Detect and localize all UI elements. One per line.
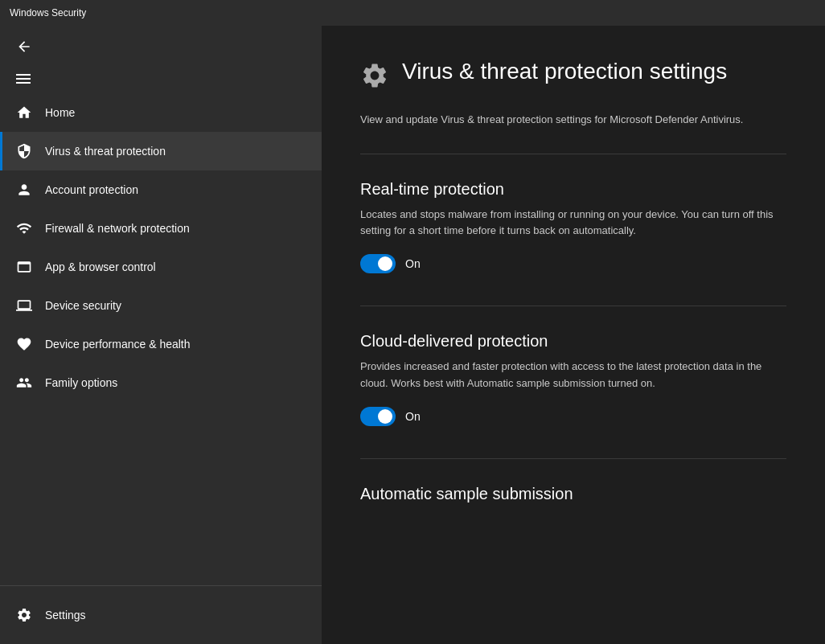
hamburger-line-2 (16, 78, 31, 80)
sidebar-item-home[interactable]: Home (0, 93, 322, 132)
cloud-toggle[interactable] (360, 407, 396, 426)
browser-icon (16, 259, 32, 275)
hamburger-line-3 (16, 82, 31, 84)
page-header: Virus & threat protection settings (360, 58, 786, 96)
sidebar-label-family: Family options (45, 376, 117, 389)
realtime-track (360, 254, 396, 273)
cloud-toggle-label: On (405, 410, 421, 423)
family-icon (16, 375, 32, 391)
sidebar-item-performance[interactable]: Device performance & health (0, 325, 322, 363)
page-header-icon (360, 61, 389, 96)
settings-gear-icon (360, 61, 389, 90)
sidebar: Home Virus & threat protection Account p… (0, 26, 322, 644)
main-layout: Home Virus & threat protection Account p… (0, 26, 825, 644)
realtime-toggle-label: On (405, 257, 421, 270)
sample-title: Automatic sample submission (360, 485, 786, 503)
gear-icon (16, 607, 32, 623)
device-icon (16, 297, 32, 314)
cloud-thumb (378, 409, 392, 424)
wifi-icon (16, 220, 32, 236)
realtime-toggle[interactable] (360, 254, 396, 273)
back-button[interactable] (13, 35, 35, 58)
heart-icon (16, 336, 32, 352)
sidebar-label-home: Home (45, 106, 75, 119)
content-area: Virus & threat protection settings View … (322, 26, 825, 644)
sidebar-label-browser: App & browser control (45, 260, 156, 273)
realtime-section: Real-time protection Locates and stops m… (360, 180, 786, 274)
sidebar-label-account: Account protection (45, 183, 138, 196)
cloud-track (360, 407, 396, 426)
page-subtitle: View and update Virus & threat protectio… (360, 112, 778, 128)
realtime-title: Real-time protection (360, 180, 786, 199)
cloud-toggle-row: On (360, 407, 786, 426)
sidebar-label-security: Device security (45, 299, 121, 312)
back-icon (16, 39, 32, 55)
sidebar-item-firewall[interactable]: Firewall & network protection (0, 209, 322, 248)
sidebar-bottom: Settings (0, 585, 322, 644)
hamburger-area (0, 68, 322, 93)
divider-1 (360, 154, 786, 154)
realtime-toggle-row: On (360, 254, 786, 273)
sidebar-item-browser[interactable]: App & browser control (0, 248, 322, 286)
sample-section: Automatic sample submission (360, 485, 786, 503)
hamburger-line-1 (16, 74, 31, 76)
sidebar-label-virus: Virus & threat protection (45, 145, 166, 158)
sidebar-label-settings: Settings (45, 609, 86, 621)
sidebar-item-account[interactable]: Account protection (0, 170, 322, 209)
sidebar-nav: Home Virus & threat protection Account p… (0, 93, 322, 585)
divider-2 (360, 306, 786, 306)
person-icon (16, 182, 32, 198)
sidebar-top (0, 26, 322, 68)
sidebar-item-security[interactable]: Device security (0, 286, 322, 325)
title-bar: Windows Security (0, 0, 825, 26)
sidebar-item-virus[interactable]: Virus & threat protection (0, 132, 322, 170)
divider-3 (360, 458, 786, 459)
hamburger-button[interactable] (13, 71, 34, 87)
sidebar-label-firewall: Firewall & network protection (45, 222, 190, 235)
shield-icon (16, 143, 32, 159)
realtime-desc: Locates and stops malware from installin… (360, 207, 778, 240)
cloud-title: Cloud-delivered protection (360, 332, 786, 351)
sidebar-item-settings[interactable]: Settings (0, 596, 322, 634)
sidebar-label-performance: Device performance & health (45, 338, 191, 351)
sidebar-item-family[interactable]: Family options (0, 363, 322, 402)
cloud-desc: Provides increased and faster protection… (360, 359, 778, 392)
app-title: Windows Security (10, 7, 86, 18)
cloud-section: Cloud-delivered protection Provides incr… (360, 332, 786, 426)
page-title: Virus & threat protection settings (402, 58, 727, 85)
realtime-thumb (378, 256, 392, 271)
home-icon (16, 105, 32, 121)
